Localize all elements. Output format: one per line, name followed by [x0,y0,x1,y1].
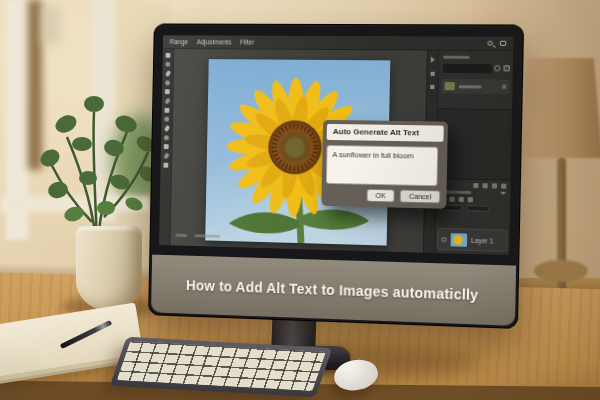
collapse-icon[interactable] [431,57,435,63]
fx-icon[interactable] [459,197,464,202]
tool-icon[interactable] [164,144,169,149]
headline: How to Add Alt Text to Images automaticl… [186,277,479,303]
tool-icon[interactable] [164,117,169,122]
properties-panel [438,51,513,111]
panel-icon[interactable] [501,184,506,189]
tool-icon[interactable] [163,163,168,168]
tool-icon[interactable] [166,53,171,58]
blurred-background [42,6,60,44]
dialog-title: Auto Generate Alt Text [327,124,444,142]
tool-icon[interactable] [163,125,169,132]
folder-icon[interactable] [431,72,435,76]
photo-editor-screen: Range Adjustments Filter [159,35,513,255]
tool-icon[interactable] [165,89,170,94]
menu-item[interactable]: Adjustments [197,35,232,49]
layer-row[interactable]: Layer 1 [437,228,507,252]
search-icon[interactable] [487,41,492,46]
lock-icon[interactable] [468,197,473,202]
tool-icon[interactable] [164,70,170,77]
item-icon [502,85,506,89]
panel-icon[interactable] [473,183,478,188]
tool-icon[interactable] [165,62,170,67]
layer-thumbnail [451,233,468,247]
visibility-eye-icon[interactable] [441,236,446,241]
filter-icon[interactable] [494,65,500,71]
chevron-down-icon[interactable] [500,192,506,195]
menu-item[interactable]: Filter [240,35,254,49]
desk-scene: Range Adjustments Filter [0,0,600,400]
swatch-icon[interactable] [503,65,509,71]
alt-text-dialog: Auto Generate Alt Text A sunflower in fu… [321,120,448,209]
item-label [459,85,482,88]
panel-icon[interactable] [483,183,488,188]
panel-search-input[interactable] [443,64,492,74]
monitor: Range Adjustments Filter [148,23,524,329]
table-lamp [520,58,600,288]
lamp-shade [520,58,600,158]
keyboard-keys [117,341,326,391]
menu-bar: Range Adjustments Filter [163,35,514,51]
ok-button[interactable]: OK [366,189,395,203]
panels-icon[interactable] [500,41,506,46]
tool-icon[interactable] [164,135,169,140]
panel-title [443,56,470,59]
tool-icon[interactable] [164,97,170,104]
opacity-select[interactable] [467,205,490,212]
plant-pot [76,226,142,310]
layer-name: Layer 1 [471,236,493,244]
menu-item[interactable]: Range [170,35,189,48]
tool-icon[interactable] [163,152,169,159]
alt-text-field[interactable]: A sunflower in full bloom [326,145,438,186]
item-thumbnail [445,82,455,90]
tool-icon[interactable] [164,108,169,113]
tool-icon[interactable] [165,80,170,85]
status-text [175,234,219,238]
panel-list-item[interactable] [441,79,509,94]
panel-icon[interactable] [492,183,497,188]
adjust-icon[interactable] [430,85,434,89]
mask-icon[interactable] [449,197,454,202]
cancel-button[interactable]: Cancel [400,189,441,203]
